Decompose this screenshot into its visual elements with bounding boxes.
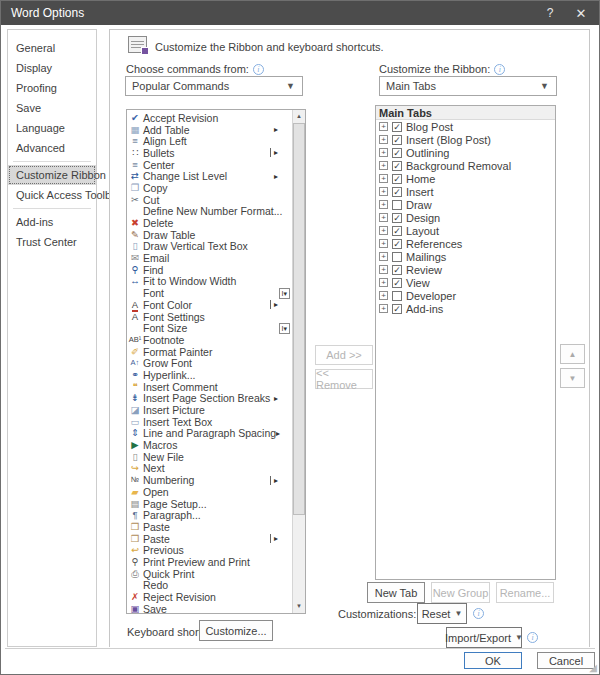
sidebar-item-general[interactable]: General [8, 38, 96, 58]
command-item[interactable]: ✖Delete [127, 217, 292, 229]
scrollbar[interactable]: ▲ ▼ [292, 110, 305, 613]
ribbon-tab-item[interactable]: +✓View [376, 276, 555, 289]
checkbox[interactable]: ✓ [392, 161, 402, 171]
info-icon[interactable]: i [253, 64, 264, 75]
command-item[interactable]: AB¹Footnote [127, 334, 292, 346]
command-item[interactable]: AFont Settings [127, 311, 292, 323]
new-tab-button[interactable]: New Tab [367, 582, 425, 603]
cancel-button[interactable]: Cancel [537, 652, 595, 669]
import-export-button[interactable]: Import/Export▼ [446, 627, 522, 648]
scrollbar-thumb[interactable] [293, 123, 305, 515]
close-icon[interactable]: ✕ [565, 1, 597, 25]
scroll-up-icon[interactable]: ▲ [293, 110, 305, 123]
command-item[interactable]: ▣Save [127, 603, 292, 613]
expand-icon[interactable]: + [379, 174, 388, 183]
checkbox[interactable]: ✓ [392, 135, 402, 145]
command-item[interactable]: ↔Fit to Window Width [127, 276, 292, 288]
command-item[interactable]: ✔Accept Revision [127, 112, 292, 124]
info-icon[interactable]: i [527, 632, 538, 643]
command-item[interactable]: ❐Copy [127, 182, 292, 194]
command-item[interactable]: ⚲Print Preview and Print [127, 556, 292, 568]
expand-icon[interactable]: + [379, 122, 388, 131]
command-item[interactable]: ⇕Line and Paragraph Spacing▸ [127, 428, 292, 440]
sidebar-item-add-ins[interactable]: Add-ins [8, 212, 96, 232]
sidebar-item-trust-center[interactable]: Trust Center [8, 232, 96, 252]
expand-icon[interactable]: + [379, 226, 388, 235]
command-item[interactable]: ▦Add Table▸ [127, 124, 292, 136]
reset-button[interactable]: Reset▼ [417, 603, 467, 624]
sidebar-item-language[interactable]: Language [8, 118, 96, 138]
command-item[interactable]: ❒Paste [127, 521, 292, 533]
checkbox[interactable]: ✓ [392, 174, 402, 184]
expand-icon[interactable]: + [379, 265, 388, 274]
resize-grip[interactable]: ◢ [589, 663, 597, 673]
command-item[interactable]: ⇄Change List Level▸ [127, 170, 292, 182]
expand-icon[interactable]: + [379, 213, 388, 222]
checkbox[interactable]: ✓ [392, 265, 402, 275]
expand-icon[interactable]: + [379, 187, 388, 196]
move-down-button[interactable]: ▼ [560, 368, 585, 388]
checkbox[interactable] [392, 200, 402, 210]
sidebar-item-save[interactable]: Save [8, 98, 96, 118]
command-item[interactable]: ▭Insert Text Box [127, 416, 292, 428]
command-item[interactable]: Font SizeI▾ [127, 322, 292, 334]
command-item[interactable]: ⎙Quick Print [127, 568, 292, 580]
command-item[interactable]: ⇟Insert Page Section Breaks▸ [127, 393, 292, 405]
sidebar-item-quick-access-toolbar[interactable]: Quick Access Toolbar [8, 185, 96, 205]
command-item[interactable]: ✎Draw Table [127, 229, 292, 241]
ribbon-tab-item[interactable]: +✓Blog Post [376, 120, 555, 133]
scroll-down-icon[interactable]: ▼ [293, 600, 305, 613]
command-item[interactable]: ✂Cut [127, 194, 292, 206]
ribbon-tab-item[interactable]: +Draw [376, 198, 555, 211]
ribbon-tab-item[interactable]: +Mailings [376, 250, 555, 263]
sidebar-item-display[interactable]: Display [8, 58, 96, 78]
command-item[interactable]: ≡Center [127, 159, 292, 171]
command-item[interactable]: ↩Previous [127, 544, 292, 556]
expand-icon[interactable]: + [379, 161, 388, 170]
info-icon[interactable]: i [494, 64, 505, 75]
expand-icon[interactable]: + [379, 148, 388, 157]
rename-button[interactable]: Rename... [496, 582, 554, 603]
checkbox[interactable]: ✓ [392, 239, 402, 249]
checkbox[interactable]: ✓ [392, 148, 402, 158]
ribbon-tab-item[interactable]: +✓Add-ins [376, 302, 555, 315]
add-button[interactable]: Add >> [315, 345, 373, 365]
ribbon-tab-item[interactable]: +✓Insert [376, 185, 555, 198]
ribbon-tab-item[interactable]: +✓References [376, 237, 555, 250]
ribbon-tab-item[interactable]: +✓Insert (Blog Post) [376, 133, 555, 146]
checkbox[interactable]: ✓ [392, 187, 402, 197]
expand-icon[interactable]: + [379, 304, 388, 313]
expand-icon[interactable]: + [379, 291, 388, 300]
ribbon-tab-item[interactable]: +Developer [376, 289, 555, 302]
expand-icon[interactable]: + [379, 278, 388, 287]
command-item[interactable]: FontI▾ [127, 287, 292, 299]
command-item[interactable]: ⚭Hyperlink... [127, 369, 292, 381]
command-item[interactable]: ✐Format Painter [127, 346, 292, 358]
checkbox[interactable]: ✓ [392, 304, 402, 314]
ribbon-tab-item[interactable]: +✓Outlining [376, 146, 555, 159]
ok-button[interactable]: OK [464, 652, 522, 669]
command-item[interactable]: ∷Bullets▸ [127, 147, 292, 159]
command-item[interactable]: ▰Open [127, 486, 292, 498]
expand-icon[interactable]: + [379, 239, 388, 248]
command-item[interactable]: ◪Insert Picture [127, 404, 292, 416]
command-item[interactable]: ↪Next [127, 463, 292, 475]
move-up-button[interactable]: ▲ [560, 344, 585, 364]
command-item[interactable]: AFont Color▸ [127, 299, 292, 311]
command-item[interactable]: ✗Reject Revision [127, 591, 292, 603]
command-item[interactable]: ▯Draw Vertical Text Box [127, 241, 292, 253]
command-item[interactable]: ▯New File [127, 451, 292, 463]
command-item[interactable]: Redo [127, 580, 292, 592]
sidebar-item-advanced[interactable]: Advanced [8, 138, 96, 158]
checkbox[interactable]: ✓ [392, 122, 402, 132]
command-item[interactable]: ▶Macros [127, 439, 292, 451]
checkbox[interactable] [392, 291, 402, 301]
command-item[interactable]: ¶Paragraph... [127, 509, 292, 521]
command-item[interactable]: Define New Number Format... [127, 206, 292, 218]
remove-button[interactable]: << Remove [315, 369, 373, 389]
choose-commands-select[interactable]: Popular Commands ▼ [125, 76, 303, 96]
help-icon[interactable]: ? [534, 1, 566, 25]
command-item[interactable]: ❒Paste▸ [127, 533, 292, 545]
command-item[interactable]: ≡Align Left [127, 135, 292, 147]
command-item[interactable]: ▤Page Setup... [127, 498, 292, 510]
